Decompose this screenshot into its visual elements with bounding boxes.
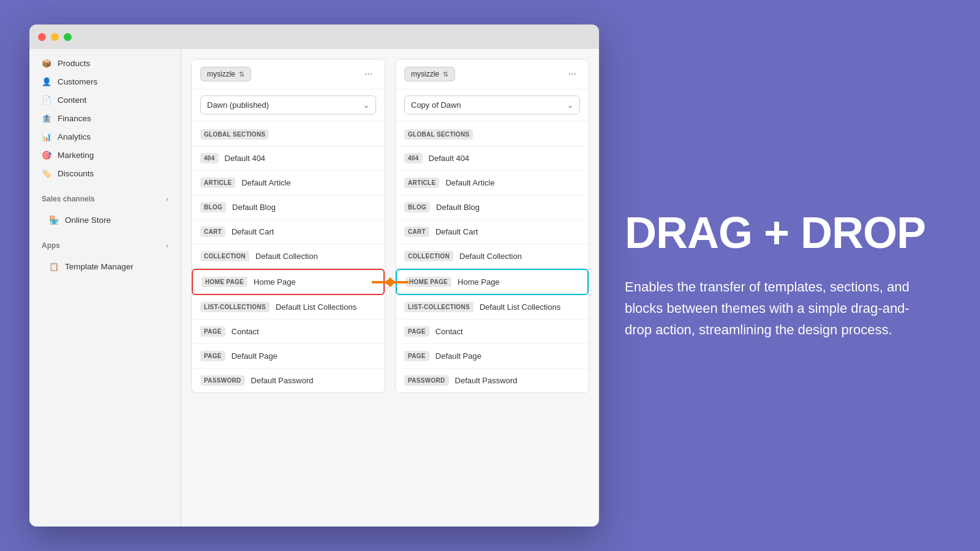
store-dropdown-icon: ⇅ bbox=[239, 70, 244, 78]
left-template-article[interactable]: ARTICLE Default Article bbox=[192, 171, 385, 195]
apps-header: Apps › bbox=[29, 234, 181, 252]
right-page-default-tag: PAGE bbox=[404, 351, 429, 361]
right-article-tag: ARTICLE bbox=[404, 178, 439, 188]
products-icon: 📦 bbox=[42, 58, 51, 68]
right-article-name: Default Article bbox=[445, 178, 494, 187]
title-bar bbox=[29, 24, 599, 49]
left-page-contact-name: Contact bbox=[232, 327, 259, 336]
right-homepage-name: Home Page bbox=[458, 277, 500, 287]
sidebar-item-online-store[interactable]: 🏪 Online Store bbox=[29, 211, 181, 229]
close-button[interactable] bbox=[38, 33, 46, 41]
right-theme-header: mysizzle ⇅ ··· bbox=[396, 59, 589, 89]
right-store-badge[interactable]: mysizzle ⇅ bbox=[404, 67, 455, 81]
left-template-404[interactable]: 404 Default 404 bbox=[192, 146, 385, 171]
sidebar-item-customers[interactable]: 👤 Customers bbox=[29, 72, 181, 91]
left-404-name: Default 404 bbox=[225, 154, 266, 163]
left-404-tag: 404 bbox=[200, 153, 219, 163]
right-password-name: Default Password bbox=[455, 376, 518, 385]
sidebar-item-finances[interactable]: 🏦 Finances bbox=[29, 109, 181, 127]
left-theme-select[interactable]: Dawn (published) ⌄ bbox=[200, 96, 376, 114]
sidebar-item-marketing[interactable]: 🎯 Marketing bbox=[29, 146, 181, 164]
left-cart-tag: CART bbox=[200, 227, 225, 237]
left-collection-tag: COLLECTION bbox=[200, 251, 249, 261]
right-template-password[interactable]: PASSWORD Default Password bbox=[396, 369, 589, 392]
left-theme-panel: mysizzle ⇅ ··· Dawn (published) ⌄ bbox=[191, 59, 385, 393]
left-template-page-contact[interactable]: PAGE Contact bbox=[192, 320, 385, 344]
right-page-contact-tag: PAGE bbox=[404, 326, 429, 337]
left-template-blog[interactable]: BLOG Default Blog bbox=[192, 195, 385, 220]
sales-channels-header: Sales channels › bbox=[29, 187, 181, 206]
main-content: mysizzle ⇅ ··· Dawn (published) ⌄ bbox=[181, 49, 599, 527]
left-theme-header: mysizzle ⇅ ··· bbox=[192, 59, 385, 89]
sales-channels-section: 🏪 Online Store bbox=[29, 206, 181, 234]
analytics-icon: 📊 bbox=[42, 132, 51, 141]
right-collection-name: Default Collection bbox=[459, 252, 522, 261]
customers-icon: 👤 bbox=[42, 77, 51, 86]
browser-content: 📦 Products 👤 Customers 📄 Content 🏦 Finan… bbox=[29, 49, 599, 527]
right-homepage-tag: HOME PAGE bbox=[405, 277, 451, 287]
info-panel: DRAG + DROP Enables the transfer of temp… bbox=[588, 0, 980, 551]
right-page-default-name: Default Page bbox=[435, 351, 481, 361]
sidebar-item-template-manager[interactable]: 📋 Template Manager bbox=[29, 257, 181, 276]
finances-icon: 🏦 bbox=[42, 113, 51, 123]
left-page-default-name: Default Page bbox=[232, 351, 277, 361]
right-template-list-collections[interactable]: LIST-COLLECTIONS Default List Collection… bbox=[396, 295, 589, 320]
right-template-blog[interactable]: BLOG Default Blog bbox=[396, 195, 589, 220]
right-template-cart[interactable]: CART Default Cart bbox=[396, 220, 589, 244]
sidebar-item-content[interactable]: 📄 Content bbox=[29, 91, 181, 109]
right-collection-tag: COLLECTION bbox=[404, 251, 453, 261]
sidebar-item-analytics[interactable]: 📊 Analytics bbox=[29, 127, 181, 146]
right-list-collections-tag: LIST-COLLECTIONS bbox=[404, 302, 473, 312]
right-template-collection[interactable]: COLLECTION Default Collection bbox=[396, 244, 589, 269]
left-blog-tag: BLOG bbox=[200, 202, 226, 212]
right-template-page-default[interactable]: PAGE Default Page bbox=[396, 344, 589, 369]
right-template-404[interactable]: 404 Default 404 bbox=[396, 146, 589, 171]
left-list-collections-name: Default List Collections bbox=[276, 302, 356, 312]
right-page-contact-name: Contact bbox=[435, 327, 463, 336]
right-404-tag: 404 bbox=[404, 153, 423, 163]
right-blog-tag: BLOG bbox=[404, 202, 430, 212]
sidebar-item-products[interactable]: 📦 Products bbox=[29, 54, 181, 72]
right-theme-panel: mysizzle ⇅ ··· Copy of Dawn ⌄ bbox=[395, 59, 589, 393]
template-manager-icon: 📋 bbox=[49, 261, 59, 271]
left-article-name: Default Article bbox=[241, 178, 290, 187]
left-theme-chevron-icon: ⌄ bbox=[363, 101, 369, 110]
marketing-icon: 🎯 bbox=[42, 150, 51, 160]
right-more-button[interactable]: ··· bbox=[565, 67, 580, 81]
right-global-sections-row: GLOBAL SECTIONS bbox=[396, 121, 589, 146]
sales-channels-expand-icon: › bbox=[166, 195, 168, 203]
left-template-collection[interactable]: COLLECTION Default Collection bbox=[192, 244, 385, 269]
left-more-button[interactable]: ··· bbox=[361, 67, 376, 81]
right-cart-name: Default Cart bbox=[435, 227, 478, 236]
right-theme-select[interactable]: Copy of Dawn ⌄ bbox=[404, 96, 580, 114]
left-password-name: Default Password bbox=[251, 376, 314, 385]
left-cart-name: Default Cart bbox=[232, 227, 274, 236]
right-template-page-contact[interactable]: PAGE Contact bbox=[396, 320, 589, 344]
left-template-cart[interactable]: CART Default Cart bbox=[192, 220, 385, 244]
maximize-button[interactable] bbox=[64, 33, 72, 41]
left-template-password[interactable]: PASSWORD Default Password bbox=[192, 369, 385, 392]
right-template-article[interactable]: ARTICLE Default Article bbox=[396, 171, 589, 195]
sidebar-item-discounts[interactable]: 🏷️ Discounts bbox=[29, 164, 181, 182]
left-template-page-default[interactable]: PAGE Default Page bbox=[192, 344, 385, 369]
right-cart-tag: CART bbox=[404, 227, 429, 237]
minimize-button[interactable] bbox=[51, 33, 59, 41]
left-article-tag: ARTICLE bbox=[200, 178, 235, 188]
left-template-list-collections[interactable]: LIST-COLLECTIONS Default List Collection… bbox=[192, 295, 385, 320]
right-404-name: Default 404 bbox=[429, 154, 470, 163]
right-theme-name-row: Copy of Dawn ⌄ bbox=[396, 89, 589, 121]
right-list-collections-name: Default List Collections bbox=[480, 302, 560, 312]
left-store-badge[interactable]: mysizzle ⇅ bbox=[200, 67, 251, 81]
left-template-homepage[interactable]: HOME PAGE Home Page bbox=[192, 269, 385, 295]
right-password-tag: PASSWORD bbox=[404, 375, 449, 386]
left-list-collections-tag: LIST-COLLECTIONS bbox=[200, 302, 270, 312]
right-blog-name: Default Blog bbox=[436, 203, 480, 212]
left-page-default-tag: PAGE bbox=[200, 351, 225, 361]
themes-grid: mysizzle ⇅ ··· Dawn (published) ⌄ bbox=[191, 59, 589, 393]
left-homepage-tag: HOME PAGE bbox=[202, 277, 247, 287]
right-template-homepage[interactable]: HOME PAGE Home Page bbox=[396, 269, 589, 295]
left-blog-name: Default Blog bbox=[232, 203, 276, 212]
apps-section: 📋 Template Manager bbox=[29, 252, 181, 280]
discounts-icon: 🏷️ bbox=[42, 168, 51, 178]
left-collection-name: Default Collection bbox=[255, 252, 318, 261]
